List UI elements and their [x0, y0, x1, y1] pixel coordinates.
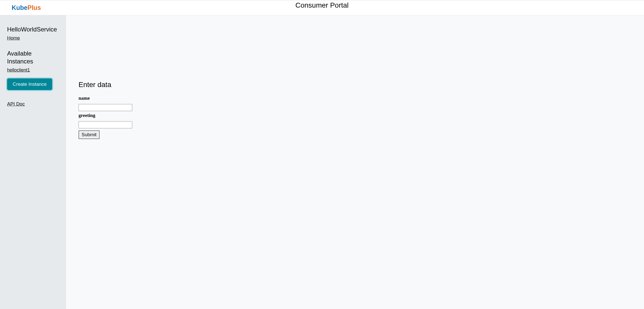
- page-title: Consumer Portal: [295, 1, 349, 9]
- sidebar-instances-heading: Available Instances: [7, 49, 59, 65]
- logo: KubePlus: [12, 4, 41, 11]
- create-instance-button[interactable]: Create Instance: [7, 78, 52, 90]
- name-input[interactable]: [79, 104, 132, 111]
- header: KubePlus Consumer Portal: [0, 0, 644, 15]
- sidebar-api-doc-link[interactable]: API Doc: [7, 101, 59, 107]
- form-title: Enter data: [79, 81, 631, 89]
- sidebar-instance-link[interactable]: helloclient1: [7, 67, 59, 73]
- logo-kube: Kube: [12, 4, 28, 11]
- main-content: Enter data name greeting Submit: [66, 15, 644, 309]
- greeting-label: greeting: [79, 113, 631, 118]
- greeting-input[interactable]: [79, 121, 132, 128]
- logo-plus: Plus: [28, 4, 41, 11]
- sidebar-home-link[interactable]: Home: [7, 35, 59, 41]
- name-label: name: [79, 95, 631, 101]
- sidebar-service-name: HelloWorldService: [7, 25, 59, 33]
- container: HelloWorldService Home Available Instanc…: [0, 15, 644, 309]
- sidebar-instances-section: Available Instances helloclient1 Create …: [7, 49, 59, 101]
- submit-button[interactable]: Submit: [79, 130, 100, 139]
- sidebar: HelloWorldService Home Available Instanc…: [0, 15, 66, 309]
